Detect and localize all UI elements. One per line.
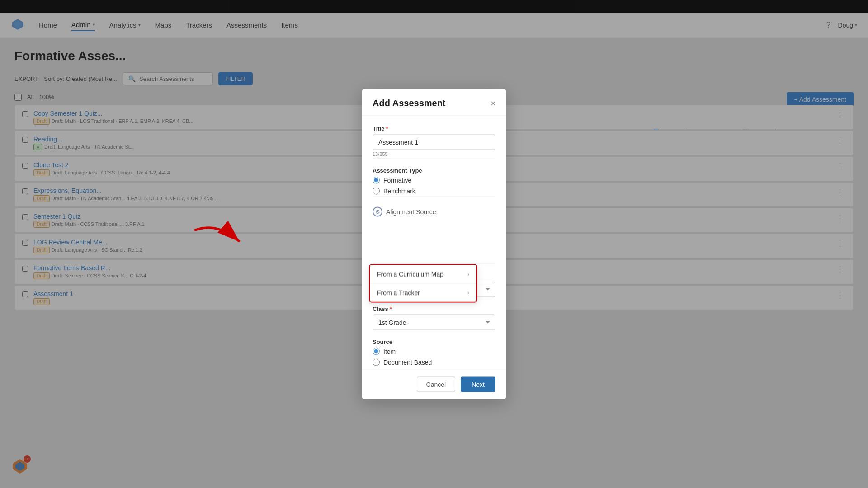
document-based-radio-item[interactable]: Document Based [373,359,495,366]
required-marker: * [386,125,388,132]
class-select-wrapper: 1st Grade [373,315,495,330]
source-label: Source [373,338,495,345]
modal-body: Title * 13/255 Assessment Type Formative… [362,116,506,369]
char-count: 13/255 [373,151,495,157]
cancel-button[interactable]: Cancel [417,377,456,392]
chevron-right-icon: › [467,271,469,277]
alignment-source-button[interactable]: ⚙ Alignment Source [373,205,436,219]
title-label: Title * [373,125,495,132]
add-assessment-modal: Add Assessment × Title * 13/255 Assessme… [362,89,506,399]
formative-radio[interactable] [373,177,380,184]
source-form-group: Source Item Document Based Raw Score [373,338,495,369]
source-options: Item Document Based Raw Score [373,348,495,369]
divider [373,197,495,197]
item-radio-item[interactable]: Item [373,348,495,355]
modal-footer: Cancel Next [362,369,506,399]
assessment-type-group: Assessment Type Formative Benchmark [373,167,495,197]
required-marker: * [390,305,392,312]
item-radio[interactable] [373,348,380,355]
class-form-group: Class * 1st Grade [373,305,495,330]
document-based-radio[interactable] [373,359,380,366]
next-button[interactable]: Next [461,377,495,392]
assessment-type-options: Formative Benchmark [373,177,495,195]
modal-title: Add Assessment [373,98,446,108]
benchmark-radio-item[interactable]: Benchmark [373,188,495,195]
alignment-source-dropdown: From a Curriculum Map › From a Tracker › [369,264,477,303]
from-tracker-option[interactable]: From a Tracker › [370,283,476,302]
title-input[interactable] [373,135,495,150]
class-label: Class * [373,305,495,312]
title-form-group: Title * 13/255 [373,125,495,159]
alignment-icon: ⚙ [373,207,382,217]
divider [373,159,495,159]
modal-header: Add Assessment × [362,89,506,116]
assessment-type-label: Assessment Type [373,167,495,174]
benchmark-radio[interactable] [373,188,380,195]
alignment-source-group: ⚙ Alignment Source From a Curriculum Map… [373,205,495,264]
chevron-right-icon: › [467,290,469,296]
formative-radio-item[interactable]: Formative [373,177,495,184]
class-select[interactable]: 1st Grade [373,315,495,330]
from-curriculum-map-option[interactable]: From a Curriculum Map › [370,265,476,283]
modal-close-button[interactable]: × [491,99,495,107]
